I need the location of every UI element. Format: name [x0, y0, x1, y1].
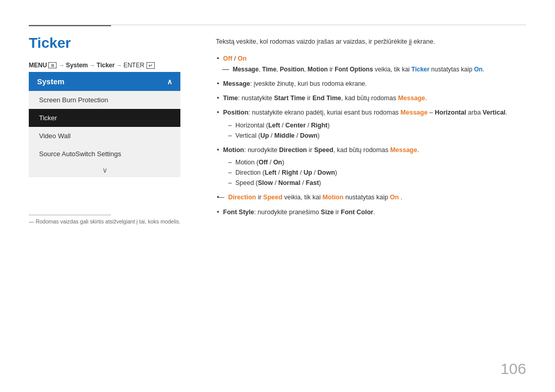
motion-label: Motion	[223, 146, 244, 154]
direction-note-dash: —	[218, 194, 225, 201]
message-orange3: Message	[390, 146, 417, 154]
message-orange2: Message	[400, 109, 428, 116]
sub-speed: Speed (Slow / Normal / Fast)	[228, 178, 526, 188]
direction-note-on: On	[390, 194, 399, 201]
horizontal-label: Horizontal	[435, 109, 466, 116]
dir-down: Down	[318, 169, 335, 176]
time-ref: Time	[262, 66, 276, 73]
menu-item-ticker[interactable]: Ticker	[29, 109, 180, 127]
start-time-label: Start Time	[274, 95, 305, 102]
motion-text2: ir	[307, 146, 314, 154]
dir-left: Left	[265, 169, 276, 176]
list-item-message: Message: įveskite žinutę, kuri bus rodom…	[216, 79, 526, 89]
center-label: Center	[285, 122, 306, 129]
font-color-label: Font Color	[341, 209, 373, 216]
horizontal-text: Horizontal (Left / Center / Right)	[235, 122, 329, 129]
menu-item-source-autoswitch[interactable]: Source AutoSwitch Settings	[29, 145, 180, 163]
direction-note-speed: Speed	[263, 194, 283, 201]
message-orange: Message	[398, 95, 425, 102]
enter-label: ENTER	[123, 62, 144, 69]
message-ref: Message	[233, 66, 259, 73]
list-item-offon: Off / On — Message, Time, Position, Moti…	[216, 54, 526, 74]
sub-vertical: Vertical (Up / Middle / Down)	[228, 130, 526, 141]
bottom-divider	[29, 215, 111, 215]
content-list: Off / On — Message, Time, Position, Moti…	[216, 54, 526, 217]
time-text2: ir	[305, 95, 312, 102]
vertical-label: Vertical	[483, 109, 505, 116]
direction-note-text1: ir	[258, 194, 263, 201]
menu-item-video-wall[interactable]: Video Wall	[29, 127, 180, 145]
offon-note: — Message, Time, Position, Motion ir Fon…	[223, 65, 526, 74]
time-label: Time	[223, 95, 238, 102]
arrow-3: →	[116, 62, 122, 68]
arrow-1: →	[59, 62, 64, 68]
list-item-direction-note: — Direction ir Speed veikia, tik kai Mot…	[216, 193, 526, 202]
sub-horizontal: Horizontal (Left / Center / Right)	[228, 120, 526, 130]
middle-label: Middle	[274, 132, 295, 139]
ticker-ref: Ticker	[412, 66, 430, 73]
menu-header-label: System	[37, 77, 64, 86]
message-label: Message	[223, 80, 250, 87]
direction-note-period: .	[401, 194, 402, 201]
chevron-down-icon[interactable]: ∨	[29, 163, 180, 177]
direction-note-text2: veikia, tik kai	[284, 194, 322, 201]
list-item-fontstyle: Font Style: nurodykite pranešimo Size ir…	[216, 208, 526, 217]
direction-label: Direction	[279, 146, 307, 154]
position-text1: : nustatykite ekrano padėtį, kuriai esan…	[248, 109, 400, 116]
off-label: Off	[223, 55, 232, 62]
system-menu: System ∧ Screen Burn Protection Ticker V…	[29, 72, 180, 177]
fontstyle-text3: .	[373, 209, 375, 216]
content-area: Tekstą veskite, kol rodomas vaizdo įraša…	[216, 37, 526, 222]
motion-text1: : nurodykite	[244, 146, 279, 154]
up-label: Up	[261, 132, 269, 139]
arrow-2: →	[89, 62, 95, 68]
motion-text3: , kad būtų rodomas	[334, 146, 390, 154]
page-title: Ticker	[29, 35, 71, 51]
menu-icon: ⊞	[48, 62, 57, 68]
on-ref: On	[474, 66, 483, 73]
position-label: Position	[223, 109, 248, 116]
enter-icon: ↵	[146, 62, 155, 69]
sub-direction: Direction (Left / Right / Up / Down)	[228, 167, 526, 178]
end-time-label: End Time	[312, 95, 341, 102]
direction-note-text3: nustatytas kaip	[345, 194, 390, 201]
vertical-text: Vertical (Up / Middle / Down)	[235, 132, 320, 139]
ticker-label: Ticker	[97, 62, 115, 69]
chevron-up-icon[interactable]: ∧	[167, 78, 172, 86]
menu-label: MENU	[29, 62, 47, 69]
direction-note-direction: Direction	[228, 194, 256, 201]
position-text2: –	[428, 109, 435, 116]
sub-motion-offon: Motion (Off / On)	[228, 157, 526, 167]
dir-up: Up	[304, 169, 312, 176]
sep: /	[232, 55, 237, 62]
top-line	[29, 25, 526, 25]
system-label: System	[66, 62, 88, 69]
motion-text4: .	[417, 146, 419, 154]
motion-off: Off	[258, 159, 268, 166]
list-item-time: Time: nustatykite Start Time ir End Time…	[216, 94, 526, 103]
time-text4: .	[425, 95, 427, 102]
down-label: Down	[300, 132, 318, 139]
dir-right: Right	[282, 169, 298, 176]
speed-label: Speed	[314, 146, 334, 154]
time-text3: , kad būtų rodomas	[341, 95, 398, 102]
bottom-note: — Rodomas vaizdas gali skirtis atsižvelg…	[29, 218, 180, 225]
fontstyle-label: Font Style	[223, 209, 254, 216]
menu-path: MENU ⊞ → System → Ticker → ENTER ↵	[29, 62, 155, 69]
motion-sublist: Motion (Off / On) Direction (Left / Righ…	[223, 157, 526, 188]
position-text4: .	[506, 109, 507, 116]
position-text3: arba	[466, 109, 483, 116]
list-item-motion: Motion: nurodykite Direction ir Speed, k…	[216, 145, 526, 188]
speed-fast: Fast	[306, 179, 319, 186]
menu-item-screen-burn[interactable]: Screen Burn Protection	[29, 91, 180, 109]
menu-header: System ∧	[29, 72, 180, 91]
message-text: : įveskite žinutę, kuri bus rodoma ekran…	[250, 80, 367, 87]
fontstyle-text1: : nurodykite pranešimo	[254, 209, 321, 216]
speed-slow: Slow	[258, 179, 273, 186]
right-label: Right	[311, 122, 327, 129]
fontstyle-text2: ir	[334, 209, 341, 216]
motion-on: On	[273, 159, 282, 166]
speed-normal: Normal	[278, 179, 300, 186]
on-label: On	[237, 55, 246, 62]
position-ref: Position	[280, 66, 304, 73]
